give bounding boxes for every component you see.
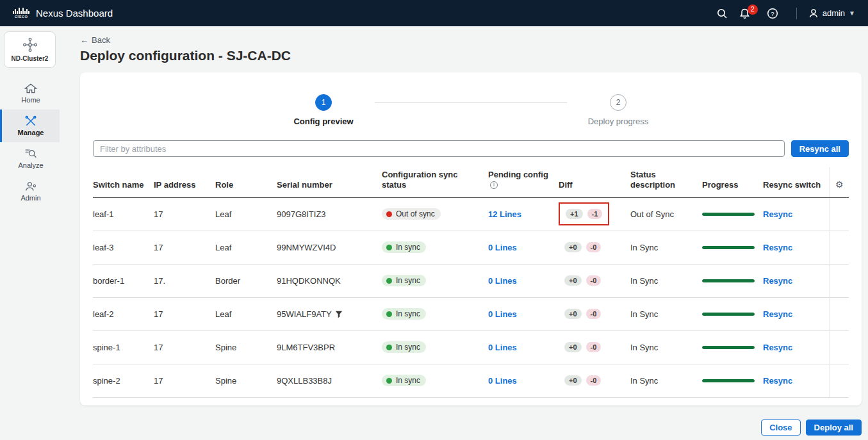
resync-link[interactable]: Resync — [763, 343, 792, 352]
notifications-bell-icon[interactable]: 2 — [739, 8, 750, 19]
cell-switch-name: leaf-1 — [93, 197, 154, 231]
help-icon[interactable]: ? — [767, 8, 778, 19]
cell-resync: Resync — [763, 297, 830, 330]
sidebar-item-home[interactable]: Home — [0, 77, 60, 110]
cell-ip-address: 17 — [154, 297, 215, 330]
pending-config-link[interactable]: 0 Lines — [488, 276, 517, 286]
progress-fill — [702, 279, 755, 282]
cell-sync-status: Out of sync — [382, 197, 488, 231]
sync-status-badge: In sync — [382, 375, 426, 386]
user-menu[interactable]: admin ▼ — [808, 8, 855, 19]
page-title: Deploy configuration - SJ-CA-DC — [80, 48, 862, 63]
cell-resync: Resync — [763, 364, 830, 397]
cell-serial-number: 91HQDKONNQK — [277, 264, 382, 297]
progress-bar — [702, 213, 755, 216]
cell-ip-address: 17 — [154, 364, 215, 397]
header-column-settings: ⚙ — [830, 167, 849, 197]
close-button[interactable]: Close — [761, 420, 800, 436]
pending-config-link[interactable]: 0 Lines — [488, 343, 517, 352]
cell-serial-number: 99NMYWZVI4D — [277, 231, 382, 264]
search-icon[interactable] — [716, 8, 728, 19]
filter-input[interactable] — [93, 140, 785, 157]
cell-ip-address: 17 — [154, 197, 215, 231]
cell-status-description: In Sync — [630, 231, 702, 264]
cell-status-description: In Sync — [630, 364, 702, 397]
table-row: leaf-3 17 Leaf 99NMYWZVI4D In sync 0 Lin… — [93, 231, 849, 264]
cell-role: Leaf — [215, 197, 277, 231]
gear-icon[interactable]: ⚙ — [835, 179, 844, 190]
cell-switch-name: spine-1 — [93, 330, 154, 364]
header-status-description: Status description — [630, 167, 702, 197]
cell-sync-status: In sync — [382, 231, 488, 264]
progress-bar — [702, 279, 755, 282]
cell-role: Leaf — [215, 297, 277, 330]
deploy-config-card: 1 Config preview 2 Deploy progress Resyn… — [80, 72, 862, 405]
cell-progress — [702, 197, 763, 231]
resync-link[interactable]: Resync — [763, 309, 792, 319]
diff-plus-badge: +0 — [564, 375, 582, 386]
sidebar-item-label: Manage — [18, 129, 44, 136]
table-toolbar: Resync all — [93, 140, 849, 157]
progress-fill — [702, 246, 755, 249]
progress-bar — [702, 346, 755, 349]
diff-plus-badge: +0 — [564, 242, 582, 252]
back-link[interactable]: ← Back — [80, 35, 110, 45]
progress-bar — [702, 246, 755, 249]
pending-config-link[interactable]: 12 Lines — [488, 209, 521, 219]
deploy-all-button[interactable]: Deploy all — [806, 420, 862, 436]
sidebar-item-admin[interactable]: Admin — [0, 175, 60, 208]
sidebar-item-label: Home — [21, 96, 40, 104]
cisco-logo: cisco — [13, 8, 29, 19]
pending-config-link[interactable]: 0 Lines — [488, 309, 517, 319]
cell-diff: +0 -0 — [559, 330, 630, 364]
table-header-row: Switch name IP address Role Serial numbe… — [93, 167, 849, 197]
cell-progress — [702, 330, 763, 364]
notification-badge: 2 — [748, 4, 758, 15]
diff-plus-badge: +0 — [564, 275, 582, 286]
resync-link[interactable]: Resync — [763, 376, 792, 386]
topbar: cisco Nexus Dashboard 2 ? — [0, 0, 868, 26]
header-switch-name: Switch name — [93, 167, 154, 197]
diff-badges: +1 -1 — [559, 202, 609, 225]
cell-status-description: In Sync — [630, 330, 702, 364]
cell-diff: +0 -0 — [559, 297, 630, 330]
topbar-left: cisco Nexus Dashboard — [13, 8, 113, 19]
user-icon — [808, 8, 819, 19]
sidebar-item-analyze[interactable]: Analyze — [0, 142, 60, 175]
cell-resync: Resync — [763, 197, 830, 231]
cell-pending-config: 12 Lines — [488, 197, 559, 231]
user-name: admin — [823, 8, 845, 18]
filter-funnel-icon[interactable] — [335, 311, 343, 318]
chevron-down-icon: ▼ — [849, 10, 855, 17]
cell-pending-config: 0 Lines — [488, 297, 559, 330]
resync-link[interactable]: Resync — [763, 243, 792, 252]
pending-config-link[interactable]: 0 Lines — [488, 376, 517, 386]
status-dot-icon — [386, 278, 392, 284]
step-deploy-progress: 2 Deploy progress — [567, 94, 669, 126]
cell-role: Border — [215, 264, 277, 297]
table-row: border-1 17. Border 91HQDKONNQK In sync … — [93, 264, 849, 297]
header-pending-config: Pending configi — [488, 167, 559, 197]
table-row: spine-2 17 Spine 9QXLLB33B8J In sync 0 L… — [93, 364, 849, 397]
header-role: Role — [215, 167, 277, 197]
status-dot-icon — [386, 211, 392, 217]
header-serial-number: Serial number — [277, 167, 382, 197]
cell-diff: +0 -0 — [559, 264, 630, 297]
cell-switch-name: border-1 — [93, 264, 154, 297]
resync-link[interactable]: Resync — [763, 209, 792, 219]
resync-link[interactable]: Resync — [763, 276, 792, 286]
brand-title: Nexus Dashboard — [36, 8, 113, 19]
sidebar-item-manage[interactable]: Manage — [0, 110, 60, 142]
header-resync-switch: Resync switch — [763, 167, 830, 197]
diff-minus-badge: -0 — [586, 342, 602, 352]
cell-pending-config: 0 Lines — [488, 264, 559, 297]
table-row: spine-1 17 Spine 9LM6TFV3BPR In sync 0 L… — [93, 330, 849, 364]
cell-settings — [830, 231, 849, 264]
cell-sync-status: In sync — [382, 297, 488, 330]
resync-all-button[interactable]: Resync all — [791, 140, 849, 157]
pending-config-link[interactable]: 0 Lines — [488, 243, 517, 252]
info-icon[interactable]: i — [490, 181, 498, 189]
cell-resync: Resync — [763, 231, 830, 264]
cluster-selector[interactable]: ND-Cluster2 — [4, 31, 56, 68]
cell-switch-name: leaf-2 — [93, 297, 154, 330]
